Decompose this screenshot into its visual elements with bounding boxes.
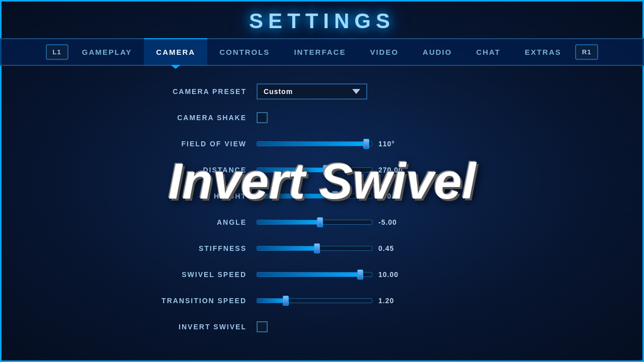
transition-speed-row: TRANSITION SPEED 1.20	[146, 290, 498, 311]
angle-slider-fill	[257, 220, 320, 224]
dropdown-arrow-icon	[352, 89, 360, 94]
angle-value: -5.00	[378, 218, 409, 226]
tab-controls[interactable]: CONTROLS	[207, 38, 282, 66]
fov-control: 110°	[257, 140, 498, 148]
stiffness-control: 0.45	[257, 244, 498, 252]
invert-swivel-label: INVERT SWIVEL	[146, 323, 257, 331]
distance-row: DISTANCE 270.00	[146, 159, 498, 180]
stiffness-slider-fill	[257, 246, 317, 250]
transition-speed-control: 1.20	[257, 297, 498, 305]
fov-slider[interactable]	[257, 141, 372, 146]
transition-speed-slider[interactable]	[257, 298, 372, 303]
height-control: 100.00	[257, 192, 498, 200]
invert-swivel-row: INVERT SWIVEL	[146, 316, 498, 337]
stiffness-label: STIFFNESS	[146, 244, 257, 252]
camera-preset-dropdown[interactable]: Custom	[257, 83, 367, 100]
fov-slider-fill	[257, 142, 366, 146]
stiffness-row: STIFFNESS 0.45	[146, 238, 498, 259]
tab-chat[interactable]: CHAT	[464, 38, 513, 66]
transition-speed-slider-fill	[257, 299, 286, 303]
tab-bar: L1 GAMEPLAY CAMERA CONTROLS INTERFACE VI…	[0, 38, 644, 66]
swivel-speed-slider-fill	[257, 273, 360, 277]
height-slider-thumb[interactable]	[332, 191, 338, 201]
height-slider[interactable]	[257, 194, 372, 199]
distance-slider-thumb[interactable]	[323, 165, 329, 175]
fov-value: 110°	[378, 140, 409, 148]
distance-label: DISTANCE	[146, 166, 257, 174]
stiffness-slider-thumb[interactable]	[314, 243, 320, 253]
stiffness-value: 0.45	[378, 244, 409, 252]
distance-value: 270.00	[378, 166, 409, 174]
angle-label: ANGLE	[146, 218, 257, 226]
camera-shake-row: CAMERA SHAKE	[146, 107, 498, 128]
settings-content: CAMERA PRESET Custom CAMERA SHAKE FIELD …	[0, 66, 644, 357]
distance-slider-fill	[257, 168, 326, 172]
angle-slider[interactable]	[257, 220, 372, 225]
swivel-speed-value: 10.00	[378, 270, 409, 279]
tab-gameplay[interactable]: GAMEPLAY	[70, 38, 144, 66]
fov-slider-thumb[interactable]	[363, 139, 369, 149]
camera-preset-control: Custom	[257, 83, 498, 100]
angle-control: -5.00	[257, 218, 498, 226]
transition-speed-value: 1.20	[378, 297, 409, 305]
tab-audio[interactable]: AUDIO	[411, 38, 464, 66]
l1-button[interactable]: L1	[46, 44, 68, 60]
height-row: HEIGHT 100.00	[146, 186, 498, 207]
swivel-speed-slider[interactable]	[257, 272, 372, 277]
r1-button[interactable]: R1	[575, 44, 599, 60]
invert-swivel-control	[257, 321, 498, 332]
height-slider-fill	[257, 194, 335, 198]
tab-camera[interactable]: CAMERA	[144, 38, 207, 66]
distance-control: 270.00	[257, 166, 498, 174]
swivel-speed-row: SWIVEL SPEED 10.00	[146, 264, 498, 285]
transition-speed-label: TRANSITION SPEED	[146, 297, 257, 305]
settings-title: SETTINGS	[249, 9, 395, 33]
tab-interface[interactable]: INTERFACE	[282, 38, 358, 66]
transition-speed-slider-thumb[interactable]	[283, 296, 289, 306]
angle-row: ANGLE -5.00	[146, 212, 498, 233]
swivel-speed-control: 10.00	[257, 270, 498, 279]
tab-extras[interactable]: EXTRAS	[513, 38, 574, 66]
camera-preset-label: CAMERA PRESET	[146, 87, 257, 96]
swivel-speed-slider-thumb[interactable]	[357, 269, 363, 280]
title-bar: SETTINGS	[0, 0, 644, 38]
invert-swivel-checkbox[interactable]	[257, 321, 268, 332]
fov-row: FIELD OF VIEW 110°	[146, 133, 498, 154]
camera-shake-control	[257, 112, 498, 123]
distance-slider[interactable]	[257, 167, 372, 172]
angle-slider-thumb[interactable]	[317, 217, 323, 227]
swivel-speed-label: SWIVEL SPEED	[146, 270, 257, 279]
fov-label: FIELD OF VIEW	[146, 140, 257, 148]
tab-video[interactable]: VIDEO	[358, 38, 411, 66]
height-value: 100.00	[378, 192, 409, 200]
camera-shake-label: CAMERA SHAKE	[146, 114, 257, 122]
stiffness-slider[interactable]	[257, 246, 372, 251]
camera-shake-checkbox[interactable]	[257, 112, 268, 123]
height-label: HEIGHT	[146, 192, 257, 200]
camera-preset-row: CAMERA PRESET Custom	[146, 81, 498, 102]
